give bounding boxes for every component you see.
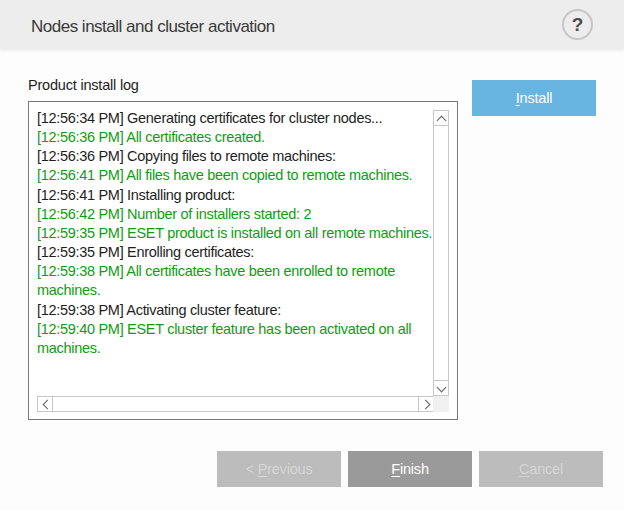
scroll-down-button[interactable]: [433, 380, 449, 396]
chevron-down-icon: [437, 382, 447, 392]
install-button[interactable]: Install: [472, 80, 596, 116]
finish-button-label-rest: inish: [400, 461, 429, 477]
finish-button-accel: F: [391, 461, 400, 477]
chevron-right-icon: [420, 400, 430, 410]
log-line: [12:59:38 PM] All certificates have been…: [37, 262, 434, 300]
previous-button-accel: P: [258, 461, 267, 477]
horizontal-scrollbar[interactable]: [37, 396, 434, 412]
help-button[interactable]: ?: [562, 9, 593, 40]
horizontal-scrollbar-track[interactable]: [52, 396, 419, 412]
previous-button-label-rest: revious: [267, 461, 312, 477]
chevron-up-icon: [437, 115, 447, 125]
vertical-scrollbar[interactable]: [433, 110, 449, 396]
log-line: [12:59:35 PM] Enrolling certificates:: [37, 243, 434, 262]
scroll-up-button[interactable]: [433, 110, 449, 126]
log-line: [12:56:41 PM] All files have been copied…: [37, 166, 434, 185]
question-mark-icon: ?: [572, 14, 584, 35]
product-install-log-label: Product install log: [28, 78, 139, 93]
log-line: [12:56:34 PM] Generating certificates fo…: [37, 109, 434, 128]
log-line: [12:56:42 PM] Number of installers start…: [37, 205, 434, 224]
cancel-button-label-rest: ancel: [529, 461, 563, 477]
log-line: [12:59:35 PM] ESET product is installed …: [37, 224, 434, 243]
scroll-left-button[interactable]: [37, 396, 53, 412]
previous-button[interactable]: < Previous: [217, 451, 341, 487]
log-line: [12:56:41 PM] Installing product:: [37, 186, 434, 205]
log-line: [12:59:40 PM] ESET cluster feature has b…: [37, 320, 434, 358]
product-install-log-box: [12:56:34 PM] Generating certificates fo…: [28, 101, 458, 420]
chevron-left-icon: [42, 400, 52, 410]
page-title: Nodes install and cluster activation: [31, 18, 275, 35]
scrollbar-corner: [433, 396, 449, 412]
log-line: [12:59:38 PM] Activating cluster feature…: [37, 301, 434, 320]
log-content: [12:56:34 PM] Generating certificates fo…: [37, 109, 434, 358]
finish-button[interactable]: Finish: [348, 451, 472, 487]
cancel-button-accel: C: [519, 461, 529, 477]
scroll-right-button[interactable]: [418, 396, 434, 412]
log-line: [12:56:36 PM] All certificates created.: [37, 128, 434, 147]
previous-button-label: <: [246, 461, 258, 477]
wizard-header: Nodes install and cluster activation ?: [0, 0, 624, 49]
cancel-button[interactable]: Cancel: [479, 451, 603, 487]
log-line: [12:56:36 PM] Copying files to remote ma…: [37, 147, 434, 166]
install-button-label-rest: nstall: [520, 90, 553, 106]
vertical-scrollbar-track[interactable]: [433, 125, 449, 381]
